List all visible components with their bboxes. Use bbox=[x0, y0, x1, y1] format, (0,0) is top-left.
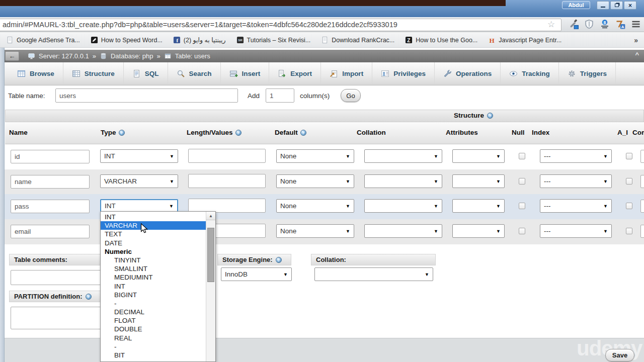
tab-insert[interactable]: Insert bbox=[221, 62, 270, 85]
save-button[interactable]: Save bbox=[605, 349, 634, 361]
minimize-button[interactable] bbox=[597, 1, 609, 10]
collation-select[interactable]: ▼ bbox=[314, 267, 433, 281]
column-default-select[interactable]: None▼ bbox=[276, 149, 354, 163]
tab-export[interactable]: Export bbox=[269, 62, 321, 85]
column-name-input[interactable] bbox=[11, 175, 90, 189]
column-type-select[interactable]: INT▼ bbox=[100, 199, 178, 213]
add-columns-input[interactable] bbox=[266, 88, 294, 103]
dropdown-option[interactable]: REAL bbox=[101, 334, 206, 342]
menu-icon[interactable] bbox=[631, 19, 641, 29]
column-name-input[interactable] bbox=[11, 225, 90, 238]
dropdown-option[interactable]: TEXT bbox=[101, 230, 206, 238]
tab-search[interactable]: Search bbox=[168, 62, 221, 85]
dropdown-option[interactable]: BIT bbox=[101, 351, 206, 359]
column-name-input[interactable] bbox=[11, 150, 90, 163]
column-length-input[interactable] bbox=[188, 149, 266, 163]
auto-increment-checkbox[interactable] bbox=[626, 228, 632, 234]
null-checkbox[interactable] bbox=[519, 178, 525, 185]
tab-sql[interactable]: SQL bbox=[124, 62, 168, 85]
dropdown-option[interactable]: - bbox=[101, 342, 206, 351]
tab-browse[interactable]: Browse bbox=[9, 62, 63, 85]
bookmark-star-icon[interactable]: ☆ bbox=[547, 19, 555, 30]
column-comments-input[interactable] bbox=[640, 150, 644, 163]
column-comments-input[interactable] bbox=[640, 175, 644, 188]
colorzilla-dropper-icon[interactable] bbox=[569, 19, 579, 29]
dropdown-option[interactable]: TINYINT bbox=[101, 256, 206, 264]
breadcrumb-database[interactable]: Database: php bbox=[111, 52, 153, 60]
auto-increment-checkbox[interactable] bbox=[626, 178, 632, 185]
column-comments-input[interactable] bbox=[640, 200, 644, 213]
null-checkbox[interactable] bbox=[519, 153, 525, 159]
auto-increment-checkbox[interactable] bbox=[626, 203, 632, 209]
column-attributes-select[interactable]: ▼ bbox=[452, 224, 505, 238]
profile-button[interactable]: Abdul bbox=[562, 1, 590, 9]
column-attributes-select[interactable]: ▼ bbox=[452, 149, 505, 163]
column-collation-select[interactable]: ▼ bbox=[364, 149, 442, 163]
dropdown-option[interactable]: INT bbox=[101, 213, 206, 221]
help-icon[interactable]: ? bbox=[276, 257, 282, 263]
column-type-select[interactable]: INT▼ bbox=[100, 149, 178, 163]
column-type-select[interactable]: VARCHAR▼ bbox=[100, 174, 178, 188]
help-icon[interactable]: ? bbox=[86, 294, 92, 300]
column-collation-select[interactable]: ▼ bbox=[364, 224, 442, 238]
bookmark-item[interactable]: How to Speed Word... bbox=[91, 36, 163, 44]
restore-button[interactable] bbox=[610, 1, 623, 10]
column-collation-select[interactable]: ▼ bbox=[364, 199, 442, 213]
bookmark-item[interactable]: Google AdSense Tra... bbox=[6, 36, 80, 44]
bookmarks-overflow-chevron-icon[interactable]: » bbox=[634, 36, 638, 44]
dropdown-option[interactable]: SMALLINT bbox=[101, 264, 206, 273]
column-default-select[interactable]: None▼ bbox=[276, 224, 354, 238]
column-length-input[interactable] bbox=[188, 199, 266, 213]
breadcrumb-table[interactable]: Table: users bbox=[175, 52, 210, 60]
dropdown-option[interactable]: MEDIUMINT bbox=[101, 273, 206, 282]
storage-engine-select[interactable]: InnoDB▼ bbox=[221, 267, 292, 281]
bookmark-item[interactable]: ZHow to Use the Goo... bbox=[405, 36, 477, 44]
help-icon[interactable]: ? bbox=[487, 113, 493, 119]
left-panel-strip[interactable] bbox=[0, 48, 5, 362]
auto-increment-checkbox[interactable] bbox=[626, 153, 632, 159]
dropdown-option[interactable]: DATE bbox=[101, 239, 206, 247]
dropdown-option[interactable]: DOUBLE bbox=[101, 325, 206, 333]
null-checkbox[interactable] bbox=[519, 203, 525, 209]
help-icon[interactable]: ? bbox=[300, 130, 306, 136]
alexa-badge-icon[interactable]: 8 bbox=[600, 19, 610, 29]
column-index-select[interactable]: ---▼ bbox=[540, 224, 612, 238]
column-default-select[interactable]: None▼ bbox=[276, 174, 354, 188]
column-collation-select[interactable]: ▼ bbox=[364, 174, 442, 188]
dropdown-option[interactable]: INT bbox=[101, 282, 206, 291]
dropdown-scrollbar[interactable]: ▲ bbox=[206, 212, 215, 361]
shield-icon[interactable] bbox=[584, 19, 594, 29]
column-attributes-select[interactable]: ▼ bbox=[452, 199, 505, 213]
column-length-input[interactable] bbox=[188, 174, 266, 188]
null-checkbox[interactable] bbox=[519, 228, 525, 234]
bookmark-item[interactable]: Download RankCrac... bbox=[321, 36, 394, 44]
translate-icon[interactable]: A bbox=[615, 19, 625, 29]
back-button[interactable]: ← bbox=[5, 51, 19, 61]
dropdown-option[interactable]: DECIMAL bbox=[101, 308, 206, 316]
dropdown-option[interactable]: VARCHAR bbox=[101, 221, 206, 230]
bookmark-item[interactable]: f(2) ريبنتيا به وايو bbox=[173, 36, 226, 44]
tab-privileges[interactable]: Privileges bbox=[372, 62, 435, 85]
close-button[interactable]: × bbox=[624, 1, 636, 10]
table-name-input[interactable] bbox=[55, 88, 238, 103]
url-input[interactable]: admin/#PMAURL-3:tbl_create.php?db=php&ta… bbox=[0, 19, 561, 31]
dropdown-option[interactable]: - bbox=[101, 299, 206, 308]
help-icon[interactable]: ? bbox=[235, 130, 242, 136]
tab-tracking[interactable]: Tracking bbox=[501, 62, 559, 85]
column-comments-input[interactable] bbox=[640, 225, 644, 238]
help-icon[interactable]: ? bbox=[119, 130, 125, 136]
bookmark-item[interactable]: HJavascript Page Entr... bbox=[488, 36, 561, 44]
tab-import[interactable]: Import bbox=[321, 62, 372, 85]
dropdown-option[interactable]: FLOAT bbox=[101, 316, 206, 325]
column-index-select[interactable]: ---▼ bbox=[540, 149, 612, 163]
column-index-select[interactable]: ---▼ bbox=[540, 174, 612, 188]
dropdown-option[interactable]: BOOLEAN bbox=[101, 359, 206, 361]
collapse-panel-icon[interactable]: ^ bbox=[635, 51, 639, 58]
column-name-input[interactable] bbox=[11, 200, 90, 213]
bookmark-item[interactable]: SRTutorials – Six Revisi... bbox=[236, 36, 311, 44]
scrollbar-up-arrow-icon[interactable]: ▲ bbox=[206, 212, 215, 220]
tab-triggers[interactable]: Triggers bbox=[559, 62, 616, 85]
column-index-select[interactable]: ---▼ bbox=[540, 199, 612, 213]
column-attributes-select[interactable]: ▼ bbox=[452, 174, 505, 188]
tab-structure[interactable]: Structure bbox=[63, 62, 124, 85]
